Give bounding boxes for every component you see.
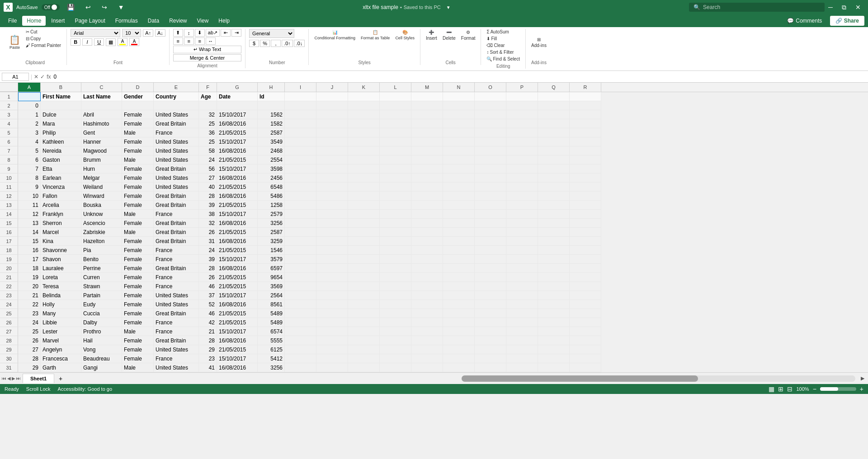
addins-button[interactable]: ⊞ Add-ins bbox=[529, 29, 548, 56]
cell-Q19[interactable] bbox=[538, 255, 570, 264]
menu-item-view[interactable]: View bbox=[193, 16, 213, 26]
cell-O4[interactable] bbox=[475, 119, 506, 128]
undo-button[interactable]: ↩ bbox=[82, 2, 94, 13]
comma-button[interactable]: , bbox=[271, 40, 281, 47]
cell-L17[interactable] bbox=[380, 237, 411, 246]
cell-K23[interactable] bbox=[348, 291, 380, 300]
cell-C9[interactable]: Hurn bbox=[81, 164, 122, 173]
row-num-25[interactable]: 25 bbox=[0, 309, 18, 318]
cell-O22[interactable] bbox=[475, 282, 506, 291]
cell-J16[interactable] bbox=[316, 228, 348, 237]
cell-E6[interactable]: United States bbox=[154, 137, 199, 146]
cell-G12[interactable]: 16/08/2016 bbox=[217, 192, 258, 201]
cell-L10[interactable] bbox=[380, 173, 411, 183]
cell-R12[interactable] bbox=[570, 192, 601, 201]
col-header-A[interactable]: A bbox=[18, 83, 41, 92]
cell-Q22[interactable] bbox=[538, 282, 570, 291]
cell-N12[interactable] bbox=[443, 192, 475, 201]
cell-K28[interactable] bbox=[348, 336, 380, 345]
cell-Q7[interactable] bbox=[538, 146, 570, 155]
cell-B6[interactable]: Kathleen bbox=[41, 137, 81, 146]
comments-button[interactable]: 💬 Comments bbox=[782, 16, 827, 26]
formula-input[interactable] bbox=[52, 73, 866, 81]
cell-G4[interactable]: 16/08/2016 bbox=[217, 119, 258, 128]
cell-J3[interactable] bbox=[316, 110, 348, 119]
minimize-button[interactable]: ─ bbox=[825, 2, 836, 13]
cell-E31[interactable]: United States bbox=[154, 363, 199, 372]
row-num-30[interactable]: 30 bbox=[0, 354, 18, 363]
wrap-text-button[interactable]: ↵ Wrap Text bbox=[173, 46, 241, 53]
cell-P19[interactable] bbox=[506, 255, 538, 264]
cell-R6[interactable] bbox=[570, 137, 601, 146]
sheet-nav-first[interactable]: ⏮ bbox=[2, 376, 6, 381]
cell-R24[interactable] bbox=[570, 300, 601, 309]
cell-H19[interactable]: 3579 bbox=[258, 255, 285, 264]
cell-B12[interactable]: Fallon bbox=[41, 192, 81, 201]
cell-J1[interactable] bbox=[316, 92, 348, 101]
cell-N22[interactable] bbox=[443, 282, 475, 291]
cell-E29[interactable]: United States bbox=[154, 345, 199, 354]
cell-P10[interactable] bbox=[506, 173, 538, 183]
cell-H9[interactable]: 3598 bbox=[258, 164, 285, 173]
cell-I4[interactable] bbox=[285, 119, 316, 128]
italic-button[interactable]: I bbox=[82, 38, 92, 46]
cell-A29[interactable]: 27 bbox=[18, 345, 41, 354]
cell-J6[interactable] bbox=[316, 137, 348, 146]
cell-K2[interactable] bbox=[348, 101, 380, 110]
cell-Q15[interactable] bbox=[538, 219, 570, 228]
cell-P28[interactable] bbox=[506, 336, 538, 345]
cell-F5[interactable]: 36 bbox=[199, 128, 217, 137]
cell-O21[interactable] bbox=[475, 273, 506, 282]
cell-P31[interactable] bbox=[506, 363, 538, 372]
cell-I15[interactable] bbox=[285, 219, 316, 228]
cell-C27[interactable]: Prothro bbox=[81, 327, 122, 336]
cell-D12[interactable]: Female bbox=[122, 192, 154, 201]
cell-N2[interactable] bbox=[443, 101, 475, 110]
cell-I18[interactable] bbox=[285, 246, 316, 255]
col-header-R[interactable]: R bbox=[570, 83, 601, 92]
cell-C12[interactable]: Winward bbox=[81, 192, 122, 201]
cell-P27[interactable] bbox=[506, 327, 538, 336]
cell-B29[interactable]: Angelyn bbox=[41, 345, 81, 354]
cell-N21[interactable] bbox=[443, 273, 475, 282]
cell-D19[interactable]: Female bbox=[122, 255, 154, 264]
cell-H25[interactable]: 5489 bbox=[258, 309, 285, 318]
cell-N14[interactable] bbox=[443, 210, 475, 219]
cell-P1[interactable] bbox=[506, 92, 538, 101]
cell-L29[interactable] bbox=[380, 345, 411, 354]
cell-Q28[interactable] bbox=[538, 336, 570, 345]
cell-Q27[interactable] bbox=[538, 327, 570, 336]
cell-K19[interactable] bbox=[348, 255, 380, 264]
close-button[interactable]: ✕ bbox=[852, 2, 864, 13]
cell-I23[interactable] bbox=[285, 291, 316, 300]
cell-O23[interactable] bbox=[475, 291, 506, 300]
cell-L20[interactable] bbox=[380, 264, 411, 273]
cell-styles-button[interactable]: 🎨 Cell Styles bbox=[393, 29, 416, 41]
cell-C25[interactable]: Cuccia bbox=[81, 309, 122, 318]
cell-H22[interactable]: 3569 bbox=[258, 282, 285, 291]
cell-I14[interactable] bbox=[285, 210, 316, 219]
cell-G19[interactable]: 15/10/2017 bbox=[217, 255, 258, 264]
cell-H28[interactable]: 5555 bbox=[258, 336, 285, 345]
cell-R31[interactable] bbox=[570, 363, 601, 372]
cell-I6[interactable] bbox=[285, 137, 316, 146]
cell-Q26[interactable] bbox=[538, 318, 570, 327]
row-num-14[interactable]: 14 bbox=[0, 210, 18, 219]
col-header-G[interactable]: G bbox=[217, 83, 258, 92]
cell-N10[interactable] bbox=[443, 173, 475, 183]
row-num-20[interactable]: 20 bbox=[0, 264, 18, 273]
cell-C2[interactable] bbox=[81, 101, 122, 110]
cell-Q2[interactable] bbox=[538, 101, 570, 110]
cell-C28[interactable]: Hail bbox=[81, 336, 122, 345]
col-header-M[interactable]: M bbox=[411, 83, 443, 92]
cell-E17[interactable]: Great Britain bbox=[154, 237, 199, 246]
cell-G7[interactable]: 16/08/2016 bbox=[217, 146, 258, 155]
cell-I9[interactable] bbox=[285, 164, 316, 173]
cell-K9[interactable] bbox=[348, 164, 380, 173]
cell-C29[interactable]: Vong bbox=[81, 345, 122, 354]
cell-C16[interactable]: Zabriskie bbox=[81, 228, 122, 237]
cell-Q16[interactable] bbox=[538, 228, 570, 237]
cell-Q30[interactable] bbox=[538, 354, 570, 363]
cell-G27[interactable]: 15/10/2017 bbox=[217, 327, 258, 336]
cell-A19[interactable]: 17 bbox=[18, 255, 41, 264]
